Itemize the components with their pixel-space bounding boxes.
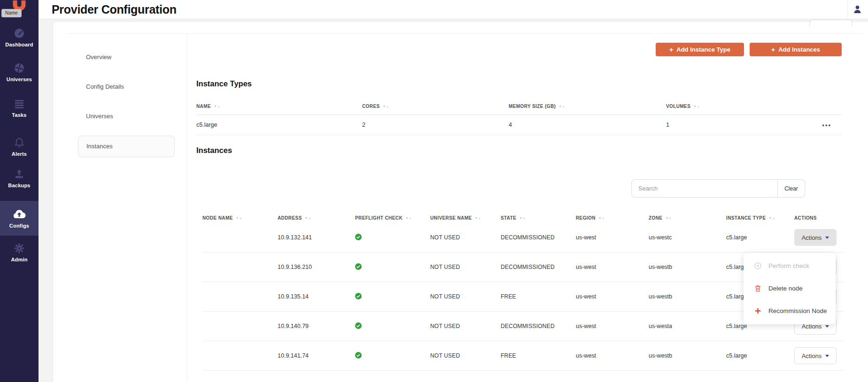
column-header-preflight-check[interactable]: PREFLIGHT CHECK▼▲ xyxy=(355,215,430,221)
instance-state: FREE xyxy=(501,293,576,300)
provider-config-card: Overview Config Details Universes Instan… xyxy=(53,21,868,382)
config-nav-overview[interactable]: Overview xyxy=(86,53,111,61)
clear-search-button[interactable]: Clear xyxy=(778,179,805,198)
instances-header-row: NODE NAME▼▲ ADDRESS▼▲ PREFLIGHT CHECK▼▲ … xyxy=(202,213,844,223)
instances-title: Instances xyxy=(196,146,232,155)
page-title: Provider Configuration xyxy=(52,0,177,19)
column-header-address[interactable]: ADDRESS▼▲ xyxy=(278,215,355,221)
actions-dropdown-menu: Perform check Delete node Recommission N… xyxy=(744,253,836,324)
plus-icon: + xyxy=(771,46,775,53)
actions-dropdown-button[interactable]: Actions xyxy=(794,229,837,246)
instance-type-name: c5.large xyxy=(196,122,362,128)
instance-types-header-row: NAME▼▲ CORES▼▲ MEMORY SIZE (GB)▼▲ VOLUME… xyxy=(196,98,842,115)
play-circle-icon xyxy=(754,262,761,269)
user-profile-icon[interactable] xyxy=(853,5,862,15)
more-options-icon[interactable]: ••• xyxy=(822,122,831,129)
menu-item-recommission-node[interactable]: Recommission Node xyxy=(744,299,836,322)
config-nav-universes[interactable]: Universes xyxy=(86,113,113,120)
column-header-volumes[interactable]: VOLUMES▼▲ xyxy=(666,104,788,109)
search-input[interactable] xyxy=(631,179,778,198)
instance-state: FREE xyxy=(501,352,576,359)
sort-icon[interactable]: ▼▲ xyxy=(665,216,672,220)
menu-item-perform-check[interactable]: Perform check xyxy=(744,254,836,277)
column-header-name[interactable]: NAME▼▲ xyxy=(196,104,362,109)
preflight-pass-icon xyxy=(355,234,362,240)
sidebar-item-backups[interactable]: Backups xyxy=(0,168,39,188)
instance-instance-type: c5.large xyxy=(726,234,794,241)
sort-icon[interactable]: ▼▲ xyxy=(768,216,775,220)
sort-icon[interactable]: ▼▲ xyxy=(383,105,389,108)
instance-types-table: NAME▼▲ CORES▼▲ MEMORY SIZE (GB)▼▲ VOLUME… xyxy=(196,98,842,135)
sort-icon[interactable]: ▼▲ xyxy=(405,216,412,220)
column-header-node-name[interactable]: NODE NAME▼▲ xyxy=(202,215,278,221)
column-header-universe-name[interactable]: UNIVERSE NAME▼▲ xyxy=(430,215,501,221)
instance-zone: us-westb xyxy=(649,264,726,270)
add-instances-button[interactable]: + Add Instances xyxy=(750,43,842,56)
menu-item-delete-node[interactable]: Delete node xyxy=(744,277,836,299)
topbar-divider xyxy=(847,0,848,19)
config-nav-divider xyxy=(187,33,187,382)
instance-instance-type: c5.large xyxy=(726,352,794,359)
instance-zone: us-westb xyxy=(649,352,726,359)
provider-configuration-page: { "page_title": "Provider Configuration"… xyxy=(0,0,868,382)
clipped-dropdown-button[interactable] xyxy=(809,20,852,27)
column-header-zone[interactable]: ZONE▼▲ xyxy=(649,215,726,221)
sort-icon[interactable]: ▼▲ xyxy=(475,216,481,220)
instance-row: 10.9.132.141 NOT USED DECOMMISSIONED us-… xyxy=(202,223,844,252)
sort-icon[interactable]: ▼▲ xyxy=(236,216,242,220)
main-sidebar: Name Dashboard Universes Tasks Alerts Ba… xyxy=(0,0,39,382)
instance-zone: us-westb xyxy=(649,293,726,300)
sidebar-item-dashboard[interactable]: Dashboard xyxy=(0,27,39,47)
instance-region: us-west xyxy=(576,352,649,359)
instance-type-cores: 2 xyxy=(362,122,509,128)
sort-icon[interactable]: ▼▲ xyxy=(519,216,526,220)
column-header-state[interactable]: STATE▼▲ xyxy=(501,215,576,221)
sort-icon[interactable]: ▼▲ xyxy=(693,105,700,108)
sidebar-item-universes[interactable]: Universes xyxy=(0,62,39,82)
instance-state: DECOMMISSIONED xyxy=(501,264,576,270)
sort-icon[interactable]: ▼▲ xyxy=(598,216,605,220)
column-header-actions: ACTIONS xyxy=(794,215,844,221)
instance-address: 10.9.136.210 xyxy=(278,264,355,270)
actions-button-label: Actions xyxy=(802,352,822,359)
instance-universe-name: NOT USED xyxy=(430,264,501,270)
sort-icon[interactable]: ▼▲ xyxy=(305,216,311,220)
instance-address: 10.9.132.141 xyxy=(278,234,355,241)
preflight-check-cell xyxy=(355,234,430,242)
instance-zone: us-westa xyxy=(649,323,726,329)
preflight-check-cell xyxy=(355,322,430,330)
sort-icon[interactable]: ▼▲ xyxy=(558,105,565,108)
sidebar-item-tasks[interactable]: Tasks xyxy=(0,98,39,118)
config-nav-config-details[interactable]: Config Details xyxy=(86,83,124,90)
instance-address: 10.9.141.74 xyxy=(278,352,355,359)
tasks-list-icon xyxy=(0,98,39,109)
caret-down-icon xyxy=(825,237,829,239)
alerts-bell-icon xyxy=(0,137,39,148)
caret-down-icon xyxy=(825,355,829,357)
caret-down-icon xyxy=(825,325,829,328)
add-instance-type-button[interactable]: + Add Instance Type xyxy=(656,43,744,56)
instance-actions-cell: Actions xyxy=(794,229,844,246)
sidebar-item-configs[interactable]: Configs xyxy=(0,208,39,229)
instance-types-title: Instance Types xyxy=(196,79,252,88)
column-header-region[interactable]: REGION▼▲ xyxy=(576,215,649,221)
instance-address: 10.9.135.14 xyxy=(278,293,355,300)
instance-zone: us-westc xyxy=(649,234,726,241)
column-header-cores[interactable]: CORES▼▲ xyxy=(362,104,509,109)
instance-row: 10.9.141.74 NOT USED FREE us-west us-wes… xyxy=(202,341,844,371)
actions-dropdown-button[interactable]: Actions xyxy=(794,347,837,364)
preflight-pass-icon xyxy=(355,352,362,359)
instance-type-row: c5.large 2 4 1 ••• xyxy=(196,115,842,135)
sidebar-item-alerts[interactable]: Alerts xyxy=(0,137,39,157)
instance-universe-name: NOT USED xyxy=(430,323,501,329)
instance-actions-cell: Actions xyxy=(794,347,844,364)
sidebar-item-admin[interactable]: Admin xyxy=(0,242,39,262)
column-header-memory[interactable]: MEMORY SIZE (GB)▼▲ xyxy=(509,104,666,109)
preflight-check-cell xyxy=(355,293,430,301)
instances-search: Clear xyxy=(631,179,805,198)
config-nav-instances[interactable]: Instances xyxy=(78,136,175,157)
sort-icon[interactable]: ▼▲ xyxy=(214,105,220,108)
universes-globe-icon xyxy=(0,62,39,74)
column-header-instance-type[interactable]: INSTANCE TYPE▼▲ xyxy=(726,215,794,221)
preflight-pass-icon xyxy=(355,263,362,270)
